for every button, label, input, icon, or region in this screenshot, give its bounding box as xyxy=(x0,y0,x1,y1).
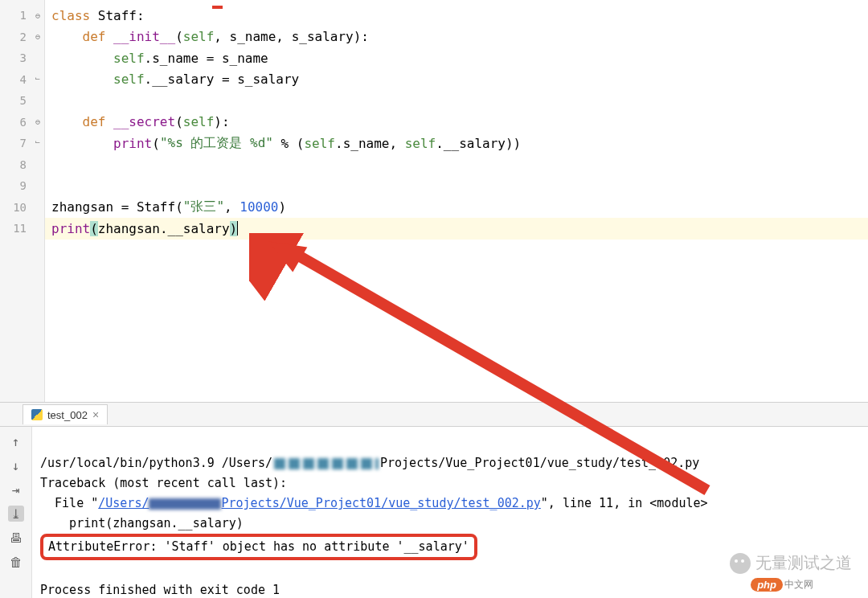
line-number: 3 xyxy=(0,47,44,69)
code-line[interactable]: print(zhangsan.__salary) xyxy=(45,218,868,240)
php-cn: 中文网 xyxy=(784,578,813,592)
code-line[interactable]: zhangsan = Staff("张三", 10000) xyxy=(45,197,868,219)
php-badge: php 中文网 xyxy=(751,578,813,592)
code-line[interactable]: def __init__(self, s_name, s_salary): xyxy=(45,27,868,48)
fold-marker-icon[interactable]: ⊖ xyxy=(33,10,43,20)
fold-end-icon: ⌐ xyxy=(33,138,43,148)
file-line: File "/Users/Projects/Vue_Project01/vue_… xyxy=(40,496,708,510)
wrap-icon[interactable]: ⇥ xyxy=(8,481,24,498)
text-cursor xyxy=(237,221,238,236)
line-number: 11 xyxy=(0,218,44,240)
console-tab-label: test_002 xyxy=(47,409,88,421)
line-number: 8 xyxy=(0,154,44,176)
fold-marker-icon[interactable]: ⊖ xyxy=(33,117,43,127)
line-number: 1⊖ xyxy=(0,5,44,27)
watermark-text: 无量测试之道 xyxy=(755,552,852,574)
line-number: 6⊖ xyxy=(0,112,44,133)
python-icon xyxy=(31,409,43,420)
code-line[interactable]: self.s_name = s_name xyxy=(45,47,868,69)
code-line[interactable]: print("%s 的工资是 %d" % (self.s_name, self.… xyxy=(45,133,868,154)
print-icon[interactable]: 🖶 xyxy=(8,530,24,546)
php-pill: php xyxy=(751,578,783,592)
fold-end-icon: ⌐ xyxy=(33,75,43,84)
code-line[interactable]: class Staff: xyxy=(45,5,868,27)
line-number: 9 xyxy=(0,175,44,197)
arrow-up-icon[interactable]: ↑ xyxy=(8,433,24,449)
wechat-icon xyxy=(730,553,751,574)
line-gutter: 1⊖2⊖34⌐56⊖7⌐891011 xyxy=(0,0,45,402)
line-number: 7⌐ xyxy=(0,133,44,154)
line-number: 2⊖ xyxy=(0,27,44,48)
fold-marker-icon[interactable]: ⊖ xyxy=(33,32,43,42)
watermark: 无量测试之道 xyxy=(730,552,852,574)
arrow-down-icon[interactable]: ↓ xyxy=(8,457,24,473)
scroll-to-end-icon[interactable]: ⤓ xyxy=(8,506,24,522)
code-line[interactable] xyxy=(45,90,868,112)
console-tab-bar: test_002 × xyxy=(0,403,868,427)
code-line[interactable]: self.__salary = s_salary xyxy=(45,69,868,91)
line-number: 10 xyxy=(0,197,44,219)
traceback-line: Traceback (most recent call last): xyxy=(40,476,287,490)
line-number: 5 xyxy=(0,90,44,112)
code-line[interactable]: def __secret(self): xyxy=(45,112,868,133)
close-icon[interactable]: × xyxy=(92,408,99,421)
exit-line: Process finished with exit code 1 xyxy=(40,583,280,597)
attribute-error-line: AttributeError: 'Staff' object has no at… xyxy=(40,534,477,560)
code-line[interactable] xyxy=(45,175,868,197)
console-tab-test002[interactable]: test_002 × xyxy=(23,404,108,424)
console-toolbar: ↑ ↓ ⇥ ⤓ 🖶 🗑 xyxy=(0,427,32,598)
error-code-line: print(zhangsan.__salary) xyxy=(40,516,244,530)
code-line[interactable] xyxy=(45,154,868,176)
code-editor[interactable]: 1⊖2⊖34⌐56⊖7⌐891011 class Staff: def __in… xyxy=(0,0,868,402)
line-number: 4⌐ xyxy=(0,69,44,91)
trash-icon[interactable]: 🗑 xyxy=(8,554,24,570)
cmd-line: /usr/local/bin/python3.9 /Users/Projects… xyxy=(40,456,699,470)
code-area[interactable]: class Staff: def __init__(self, s_name, … xyxy=(45,0,868,402)
